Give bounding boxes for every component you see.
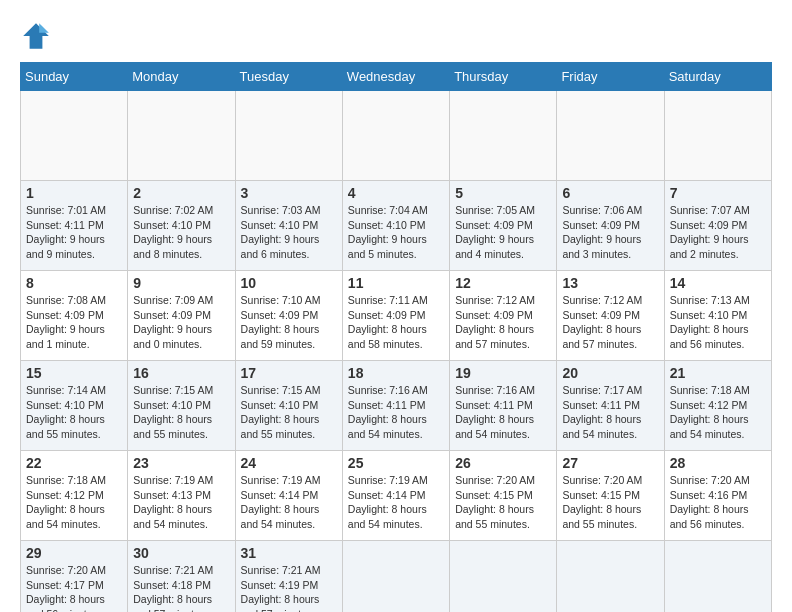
day-cell [450,541,557,613]
day-number: 24 [241,455,337,471]
header-day-sunday: Sunday [21,63,128,91]
day-number: 16 [133,365,229,381]
day-info: Sunrise: 7:21 AM Sunset: 4:19 PM Dayligh… [241,563,337,612]
day-info: Sunrise: 7:04 AM Sunset: 4:10 PM Dayligh… [348,203,444,262]
day-info: Sunrise: 7:02 AM Sunset: 4:10 PM Dayligh… [133,203,229,262]
day-info: Sunrise: 7:06 AM Sunset: 4:09 PM Dayligh… [562,203,658,262]
header-row: SundayMondayTuesdayWednesdayThursdayFrid… [21,63,772,91]
day-cell: 24Sunrise: 7:19 AM Sunset: 4:14 PM Dayli… [235,451,342,541]
page-header [20,20,772,52]
header-day-wednesday: Wednesday [342,63,449,91]
day-info: Sunrise: 7:20 AM Sunset: 4:15 PM Dayligh… [562,473,658,532]
day-info: Sunrise: 7:21 AM Sunset: 4:18 PM Dayligh… [133,563,229,612]
day-number: 25 [348,455,444,471]
day-number: 23 [133,455,229,471]
day-cell: 18Sunrise: 7:16 AM Sunset: 4:11 PM Dayli… [342,361,449,451]
day-cell: 26Sunrise: 7:20 AM Sunset: 4:15 PM Dayli… [450,451,557,541]
day-info: Sunrise: 7:07 AM Sunset: 4:09 PM Dayligh… [670,203,766,262]
header-day-thursday: Thursday [450,63,557,91]
day-cell [235,91,342,181]
day-cell: 13Sunrise: 7:12 AM Sunset: 4:09 PM Dayli… [557,271,664,361]
header-day-friday: Friday [557,63,664,91]
day-cell: 21Sunrise: 7:18 AM Sunset: 4:12 PM Dayli… [664,361,771,451]
day-cell: 2Sunrise: 7:02 AM Sunset: 4:10 PM Daylig… [128,181,235,271]
day-info: Sunrise: 7:19 AM Sunset: 4:13 PM Dayligh… [133,473,229,532]
day-number: 14 [670,275,766,291]
day-number: 1 [26,185,122,201]
day-cell: 31Sunrise: 7:21 AM Sunset: 4:19 PM Dayli… [235,541,342,613]
day-cell: 28Sunrise: 7:20 AM Sunset: 4:16 PM Dayli… [664,451,771,541]
day-info: Sunrise: 7:16 AM Sunset: 4:11 PM Dayligh… [455,383,551,442]
day-number: 18 [348,365,444,381]
day-number: 21 [670,365,766,381]
week-row-3: 8Sunrise: 7:08 AM Sunset: 4:09 PM Daylig… [21,271,772,361]
day-info: Sunrise: 7:19 AM Sunset: 4:14 PM Dayligh… [348,473,444,532]
day-number: 9 [133,275,229,291]
day-info: Sunrise: 7:15 AM Sunset: 4:10 PM Dayligh… [133,383,229,442]
day-number: 5 [455,185,551,201]
day-cell: 17Sunrise: 7:15 AM Sunset: 4:10 PM Dayli… [235,361,342,451]
logo [20,20,56,52]
day-cell: 27Sunrise: 7:20 AM Sunset: 4:15 PM Dayli… [557,451,664,541]
day-cell: 6Sunrise: 7:06 AM Sunset: 4:09 PM Daylig… [557,181,664,271]
day-cell: 1Sunrise: 7:01 AM Sunset: 4:11 PM Daylig… [21,181,128,271]
day-info: Sunrise: 7:11 AM Sunset: 4:09 PM Dayligh… [348,293,444,352]
day-info: Sunrise: 7:12 AM Sunset: 4:09 PM Dayligh… [455,293,551,352]
day-cell: 25Sunrise: 7:19 AM Sunset: 4:14 PM Dayli… [342,451,449,541]
day-cell: 4Sunrise: 7:04 AM Sunset: 4:10 PM Daylig… [342,181,449,271]
day-number: 26 [455,455,551,471]
day-info: Sunrise: 7:15 AM Sunset: 4:10 PM Dayligh… [241,383,337,442]
day-cell: 7Sunrise: 7:07 AM Sunset: 4:09 PM Daylig… [664,181,771,271]
header-day-tuesday: Tuesday [235,63,342,91]
day-number: 15 [26,365,122,381]
day-number: 17 [241,365,337,381]
day-number: 20 [562,365,658,381]
day-cell: 12Sunrise: 7:12 AM Sunset: 4:09 PM Dayli… [450,271,557,361]
day-number: 30 [133,545,229,561]
day-cell [128,91,235,181]
day-cell: 20Sunrise: 7:17 AM Sunset: 4:11 PM Dayli… [557,361,664,451]
day-number: 3 [241,185,337,201]
day-info: Sunrise: 7:16 AM Sunset: 4:11 PM Dayligh… [348,383,444,442]
day-info: Sunrise: 7:20 AM Sunset: 4:16 PM Dayligh… [670,473,766,532]
day-number: 11 [348,275,444,291]
day-number: 13 [562,275,658,291]
day-info: Sunrise: 7:10 AM Sunset: 4:09 PM Dayligh… [241,293,337,352]
day-cell: 23Sunrise: 7:19 AM Sunset: 4:13 PM Dayli… [128,451,235,541]
day-number: 7 [670,185,766,201]
day-info: Sunrise: 7:13 AM Sunset: 4:10 PM Dayligh… [670,293,766,352]
day-cell: 29Sunrise: 7:20 AM Sunset: 4:17 PM Dayli… [21,541,128,613]
day-number: 22 [26,455,122,471]
svg-marker-0 [23,23,49,49]
week-row-6: 29Sunrise: 7:20 AM Sunset: 4:17 PM Dayli… [21,541,772,613]
day-cell [664,91,771,181]
day-info: Sunrise: 7:09 AM Sunset: 4:09 PM Dayligh… [133,293,229,352]
day-number: 28 [670,455,766,471]
day-cell [342,541,449,613]
week-row-2: 1Sunrise: 7:01 AM Sunset: 4:11 PM Daylig… [21,181,772,271]
day-info: Sunrise: 7:20 AM Sunset: 4:17 PM Dayligh… [26,563,122,612]
day-number: 8 [26,275,122,291]
day-info: Sunrise: 7:18 AM Sunset: 4:12 PM Dayligh… [670,383,766,442]
day-cell: 11Sunrise: 7:11 AM Sunset: 4:09 PM Dayli… [342,271,449,361]
day-cell [664,541,771,613]
day-cell: 19Sunrise: 7:16 AM Sunset: 4:11 PM Dayli… [450,361,557,451]
week-row-5: 22Sunrise: 7:18 AM Sunset: 4:12 PM Dayli… [21,451,772,541]
day-number: 6 [562,185,658,201]
day-cell [557,91,664,181]
day-number: 4 [348,185,444,201]
day-number: 10 [241,275,337,291]
day-info: Sunrise: 7:01 AM Sunset: 4:11 PM Dayligh… [26,203,122,262]
svg-marker-1 [39,23,49,33]
header-day-saturday: Saturday [664,63,771,91]
day-info: Sunrise: 7:17 AM Sunset: 4:11 PM Dayligh… [562,383,658,442]
day-cell: 10Sunrise: 7:10 AM Sunset: 4:09 PM Dayli… [235,271,342,361]
logo-icon [20,20,52,52]
day-info: Sunrise: 7:19 AM Sunset: 4:14 PM Dayligh… [241,473,337,532]
day-info: Sunrise: 7:08 AM Sunset: 4:09 PM Dayligh… [26,293,122,352]
day-number: 29 [26,545,122,561]
day-cell [342,91,449,181]
day-info: Sunrise: 7:05 AM Sunset: 4:09 PM Dayligh… [455,203,551,262]
day-cell [450,91,557,181]
day-cell: 9Sunrise: 7:09 AM Sunset: 4:09 PM Daylig… [128,271,235,361]
